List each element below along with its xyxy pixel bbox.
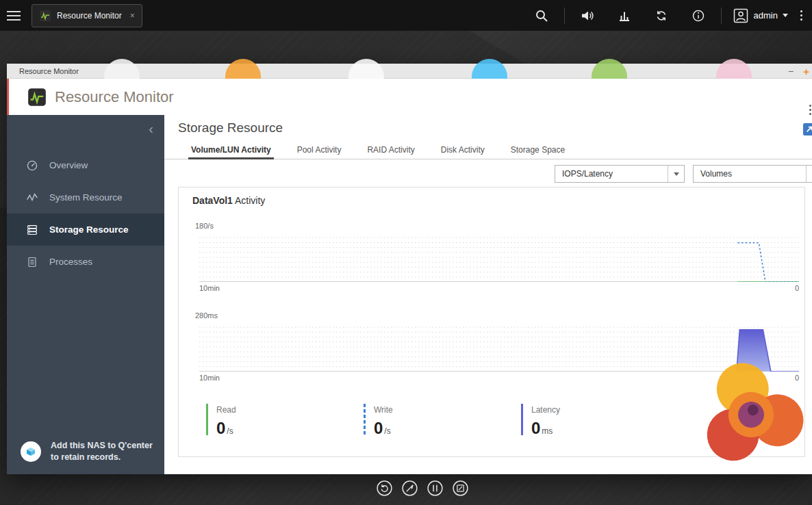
tab-raid-activity[interactable]: RAID Activity: [364, 142, 417, 159]
qcenter-note: Add this NAS to Q'center to retain recor…: [51, 440, 153, 463]
iops-chart: [199, 233, 799, 282]
close-button[interactable]: +: [803, 66, 809, 77]
chevron-down-icon: [806, 166, 812, 182]
tab-storage-space[interactable]: Storage Space: [508, 142, 568, 159]
tab-disk-activity[interactable]: Disk Activity: [438, 142, 487, 159]
sidebar-item-label: Processes: [49, 257, 92, 267]
window-titlebar[interactable]: Resource Monitor − +: [7, 64, 812, 79]
app-title: Resource Monitor: [55, 88, 174, 106]
info-icon[interactable]: [691, 8, 706, 23]
activity-icon: [26, 192, 38, 204]
cube-icon: [21, 441, 41, 462]
dock-dashboard-icon[interactable]: [401, 480, 418, 497]
more-options-icon[interactable]: [800, 10, 802, 21]
legend-latency: Latency 0ms: [521, 404, 560, 438]
write-series-swatch: [364, 404, 366, 435]
user-icon: [733, 8, 749, 24]
tab-close-icon[interactable]: ×: [130, 11, 135, 21]
iops-x-axis: 10min 0: [199, 284, 799, 292]
latency-chart: [199, 322, 799, 372]
dock-notes-icon[interactable]: [452, 480, 469, 497]
search-icon[interactable]: [534, 8, 549, 23]
latency-axis-max-label: 280ms: [195, 311, 218, 320]
sidebar-collapse-icon[interactable]: ‹: [149, 122, 153, 135]
latency-series-swatch: [521, 404, 523, 435]
main-content: Storage Resource Volume/LUN Activity Poo…: [164, 115, 812, 474]
desktop: Resource Monitor ×: [0, 0, 812, 505]
tab-label: Resource Monitor: [57, 11, 122, 21]
header-accent-bar: [7, 79, 9, 115]
write-value: 0/s: [374, 419, 393, 438]
sidebar-item-label: System Resource: [49, 192, 123, 203]
resource-monitor-window: Resource Monitor − + Resource Monitor ‹: [7, 64, 812, 474]
top-bar: Resource Monitor ×: [0, 0, 812, 31]
read-value: 0/s: [216, 419, 236, 438]
sidebar-item-label: Overview: [49, 160, 88, 170]
dock-recent-icon[interactable]: [376, 480, 393, 497]
sync-icon[interactable]: [654, 8, 669, 23]
latency-value: 0ms: [531, 419, 560, 438]
tab-pool-activity[interactable]: Pool Activity: [294, 142, 344, 159]
username-label: admin: [754, 10, 778, 21]
sidebar: ‹ Overview System Reso: [7, 115, 164, 474]
volume-select[interactable]: Volumes: [693, 165, 812, 183]
datavol1-activity-card: DataVol1 Activity 180/s 10min 0 280ms: [178, 187, 805, 457]
sidebar-item-label: Storage Resource: [49, 224, 129, 235]
sidebar-item-processes[interactable]: Processes: [7, 246, 164, 278]
header-more-icon[interactable]: [809, 105, 811, 115]
gauge-icon: [26, 159, 38, 172]
processes-icon: [26, 256, 38, 268]
minimize-button[interactable]: −: [788, 66, 794, 77]
legend-read: Read 0/s: [206, 404, 236, 438]
chevron-down-icon: [668, 166, 684, 182]
main-menu-icon[interactable]: [0, 0, 27, 31]
metric-select[interactable]: IOPS/Latency: [555, 165, 685, 183]
sidebar-item-system-resource[interactable]: System Resource: [7, 181, 164, 213]
legend-write: Write 0/s: [364, 404, 393, 438]
resource-monitor-app-icon: [39, 10, 51, 22]
card-title: DataVol1 Activity: [192, 195, 265, 206]
tab-volume-lun-activity[interactable]: Volume/LUN Activity: [188, 142, 274, 159]
background-tasks-icon[interactable]: [617, 8, 632, 23]
volume-icon[interactable]: [580, 8, 595, 23]
topbar-separator: [721, 8, 722, 24]
latency-x-axis: 10min 0: [199, 374, 799, 382]
resource-monitor-app-icon: [27, 88, 47, 107]
iops-axis-max-label: 180/s: [195, 222, 214, 230]
open-app-tab[interactable]: Resource Monitor ×: [31, 4, 142, 27]
desktop-dock: [376, 480, 469, 497]
user-menu[interactable]: admin: [733, 8, 788, 24]
read-series-swatch: [206, 404, 208, 435]
sidebar-item-storage-resource[interactable]: Storage Resource: [7, 213, 164, 246]
app-header: Resource Monitor: [7, 79, 812, 115]
chevron-down-icon: [783, 14, 788, 17]
dock-columns-icon[interactable]: [427, 480, 444, 497]
qcenter-promo[interactable]: Add this NAS to Q'center to retain recor…: [21, 440, 153, 463]
window-title: Resource Monitor: [19, 67, 79, 75]
tab-bar: Volume/LUN Activity Pool Activity RAID A…: [188, 142, 588, 159]
page-title: Storage Resource: [178, 120, 283, 135]
sidebar-item-overview[interactable]: Overview: [7, 149, 164, 181]
storage-disks-icon: [26, 224, 38, 236]
popout-icon[interactable]: [803, 123, 812, 135]
topbar-separator: [564, 8, 565, 24]
